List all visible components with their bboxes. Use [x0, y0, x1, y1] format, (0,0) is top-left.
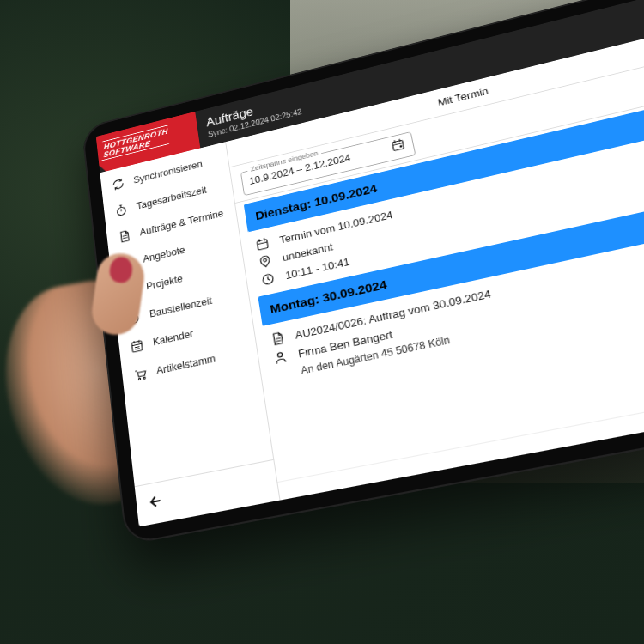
- sync-icon: [110, 175, 127, 193]
- sidebar-item-label: Angebote: [143, 245, 186, 265]
- calendar-icon[interactable]: [389, 137, 407, 156]
- clock-icon: [258, 270, 278, 289]
- svg-point-3: [138, 378, 140, 380]
- sidebar-item-label: Kalender: [152, 328, 194, 348]
- document-icon: [267, 330, 288, 349]
- sidebar-item-label: Artikelstamm: [155, 353, 216, 377]
- svg-point-6: [400, 145, 402, 147]
- calendar-icon: [252, 235, 272, 253]
- stopwatch-icon: [112, 201, 130, 219]
- location-icon: [255, 252, 276, 270]
- svg-point-0: [117, 206, 125, 216]
- sidebar-item-label: Projekte: [146, 273, 184, 292]
- svg-rect-7: [257, 240, 268, 251]
- svg-point-10: [277, 352, 283, 357]
- back-icon[interactable]: [144, 497, 164, 515]
- document-icon: [116, 228, 133, 246]
- svg-rect-2: [131, 341, 142, 352]
- calendar-list-icon: [128, 337, 146, 355]
- svg-point-8: [264, 258, 267, 262]
- person-icon: [270, 348, 290, 367]
- svg-point-4: [143, 377, 145, 380]
- nail: [108, 256, 134, 284]
- cart-icon: [131, 365, 149, 385]
- svg-rect-5: [392, 140, 404, 150]
